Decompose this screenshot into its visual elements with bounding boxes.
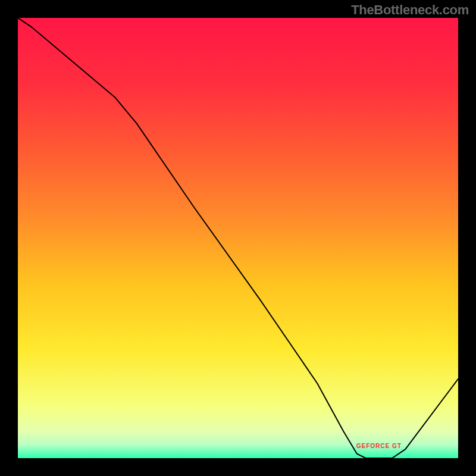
chart-container: TheBottleneck.com GEFORCE GT	[0, 0, 476, 476]
chart-background	[18, 18, 458, 458]
chart-svg	[18, 18, 458, 458]
chart-plot: GEFORCE GT	[18, 18, 458, 458]
gpu-marker-label: GEFORCE GT	[356, 443, 402, 449]
watermark-text: TheBottleneck.com	[351, 2, 469, 18]
